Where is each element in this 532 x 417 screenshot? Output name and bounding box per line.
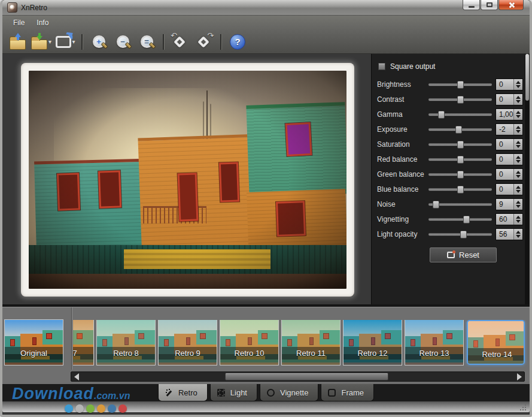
close-button[interactable]	[498, 0, 524, 10]
title-bar[interactable]: XnRetro	[2, 0, 530, 16]
filmstrip-scrollbar[interactable]	[71, 371, 525, 382]
slider[interactable]	[428, 125, 492, 134]
spin-up-icon[interactable]	[516, 126, 521, 129]
zoom-out-button[interactable]: −	[113, 32, 133, 52]
slider-thumb[interactable]	[457, 156, 464, 164]
reset-button[interactable]: Reset	[430, 247, 497, 262]
filmstrip-thumbnail[interactable]: Retro 14	[467, 320, 525, 365]
slider-thumb[interactable]	[460, 231, 467, 238]
spin-up-icon[interactable]	[516, 216, 521, 219]
menu-info[interactable]: Info	[32, 17, 53, 29]
slider[interactable]	[428, 170, 492, 179]
spinner-arrows[interactable]	[513, 139, 522, 150]
rotate-left-button[interactable]: ↶	[170, 32, 190, 52]
spin-up-icon[interactable]	[516, 231, 521, 234]
tab-retro[interactable]: Retro	[158, 384, 208, 401]
spin-down-icon[interactable]	[516, 115, 521, 118]
spinner-value[interactable]: 0	[496, 94, 513, 105]
rotate-right-button[interactable]: ↷	[194, 32, 214, 52]
slider[interactable]	[428, 230, 492, 238]
zoom-fit-button[interactable]: =	[136, 32, 157, 52]
slider[interactable]	[428, 110, 492, 119]
spinner-value[interactable]: 0	[496, 184, 513, 195]
slider[interactable]	[428, 140, 492, 149]
save-dropdown-icon[interactable]: ▾	[48, 38, 51, 45]
slider-thumb[interactable]	[457, 171, 464, 179]
filmstrip-thumbnail[interactable]: Retro 12	[343, 320, 402, 365]
value-spinner[interactable]: 0	[495, 93, 523, 105]
slider-track[interactable]	[428, 218, 492, 220]
spinner-value[interactable]: 56	[496, 229, 513, 240]
resize-grip-icon[interactable]	[519, 404, 526, 410]
slider-thumb[interactable]	[455, 126, 462, 134]
spinner-arrows[interactable]	[513, 94, 522, 105]
spinner-value[interactable]: -2	[496, 124, 513, 135]
help-button[interactable]: ?	[227, 32, 248, 52]
spin-up-icon[interactable]	[516, 171, 521, 174]
minimize-button[interactable]	[463, 0, 480, 10]
panel-scrollbar[interactable]	[525, 54, 530, 304]
spin-up-icon[interactable]	[516, 156, 521, 159]
spin-down-icon[interactable]	[516, 85, 521, 88]
filmstrip-thumbnail[interactable]: Retro 11	[282, 320, 340, 365]
tab-frame[interactable]: Frame	[321, 384, 374, 401]
spin-up-icon[interactable]	[516, 81, 521, 84]
slider-thumb[interactable]	[463, 216, 470, 223]
maximize-button[interactable]	[481, 0, 498, 10]
spinner-arrows[interactable]	[513, 79, 522, 90]
tab-vignette[interactable]: Vignette	[260, 384, 318, 401]
tab-light[interactable]: Light	[210, 384, 257, 401]
scroll-left-button[interactable]	[72, 373, 81, 380]
filmstrip-scrollbar-thumb[interactable]	[225, 373, 388, 380]
slider-thumb[interactable]	[457, 81, 464, 89]
spinner-arrows[interactable]	[513, 154, 522, 165]
spin-up-icon[interactable]	[516, 201, 521, 204]
spin-down-icon[interactable]	[516, 100, 521, 103]
filmstrip-thumbnail[interactable]: Retro 8	[97, 320, 155, 365]
slider[interactable]	[428, 155, 492, 164]
spinner-value[interactable]: 0	[496, 139, 513, 150]
spin-up-icon[interactable]	[516, 96, 521, 99]
spinner-arrows[interactable]	[513, 109, 522, 120]
value-spinner[interactable]: 60	[495, 213, 523, 225]
zoom-in-button[interactable]: +	[89, 32, 109, 52]
open-button[interactable]	[7, 32, 28, 52]
slider[interactable]	[428, 80, 492, 89]
slider[interactable]	[428, 200, 492, 208]
spinner-value[interactable]: 60	[496, 214, 513, 225]
spin-down-icon[interactable]	[516, 235, 521, 238]
export-button[interactable]: ▾	[55, 32, 75, 52]
value-spinner[interactable]: 0	[495, 78, 523, 90]
filmstrip-thumbnail[interactable]: Retro 10	[220, 320, 278, 365]
spinner-value[interactable]: 9	[496, 199, 513, 210]
spinner-arrows[interactable]	[513, 199, 522, 210]
spin-up-icon[interactable]	[516, 141, 521, 144]
menu-file[interactable]: File	[8, 17, 29, 29]
spinner-arrows[interactable]	[513, 124, 522, 135]
filmstrip-thumbnail[interactable]: Original	[5, 320, 63, 365]
value-spinner[interactable]: 9	[495, 198, 523, 210]
value-spinner[interactable]: 0	[495, 168, 523, 180]
spinner-value[interactable]: 1,00	[496, 109, 513, 120]
spin-down-icon[interactable]	[516, 190, 521, 193]
value-spinner[interactable]: 1,00	[495, 108, 523, 120]
spin-down-icon[interactable]	[516, 205, 521, 208]
slider-thumb[interactable]	[457, 96, 464, 104]
spinner-arrows[interactable]	[513, 214, 522, 225]
spin-down-icon[interactable]	[516, 145, 521, 148]
save-button[interactable]: ▾	[31, 32, 51, 52]
square-output-checkbox[interactable]	[378, 63, 385, 70]
spin-down-icon[interactable]	[516, 160, 521, 163]
slider[interactable]	[428, 185, 492, 194]
spinner-value[interactable]: 0	[496, 79, 513, 90]
value-spinner[interactable]: -2	[495, 123, 523, 135]
spinner-value[interactable]: 0	[496, 154, 513, 165]
slider[interactable]	[428, 215, 492, 223]
value-spinner[interactable]: 0	[495, 153, 523, 165]
spin-down-icon[interactable]	[516, 130, 521, 133]
slider-thumb[interactable]	[457, 186, 464, 194]
value-spinner[interactable]: 0	[495, 138, 523, 150]
spinner-arrows[interactable]	[513, 184, 522, 195]
spin-down-icon[interactable]	[516, 175, 521, 178]
slider[interactable]	[428, 95, 492, 104]
